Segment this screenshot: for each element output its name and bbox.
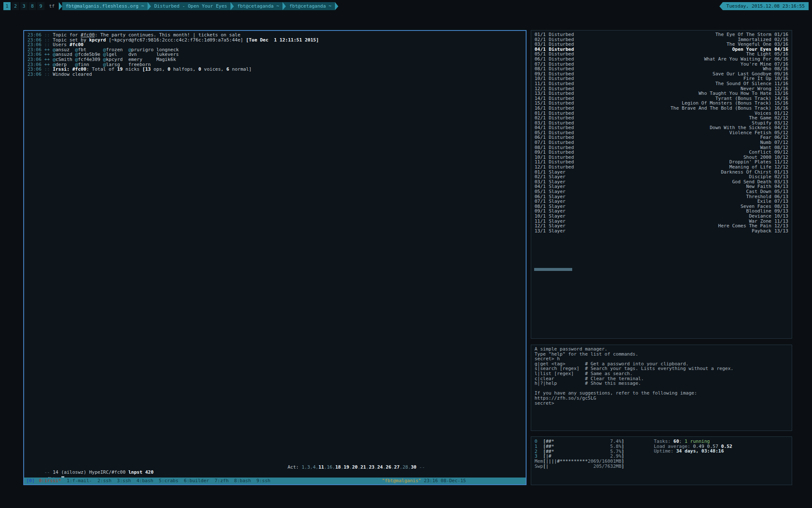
tmux-hostname: "fbt@malganis" <box>382 478 421 483</box>
powerline-arrow-left-icon <box>719 2 723 10</box>
password-line: h|?|help # Show this message. <box>535 381 788 386</box>
track-position: 12/1 <box>535 224 546 229</box>
statusbar-activity: Act: 1,3,4,11,16,18,19,20,21,23,24,26,27… <box>288 465 425 470</box>
nick-text: Magik6k <box>156 57 176 62</box>
music-progress-bar[interactable] <box>534 268 572 271</box>
topbar-segment: fbt@cetaganda ~ <box>286 2 335 10</box>
activity-window-1: 1 <box>302 464 304 470</box>
powerline-arrow-icon <box>335 2 338 10</box>
tmux-window-8[interactable]: 8:bash <box>234 478 251 483</box>
activity-comma: , <box>310 464 313 470</box>
activity-list: 1,3,4,11,16,18,19,20,21,23,24,26,27,28,3… <box>302 464 417 470</box>
tmux-window-2[interactable]: 2:ssh <box>97 478 111 483</box>
tmux-session-label: [0] <box>26 478 35 484</box>
tmux-window-4[interactable]: 4:bash <box>137 478 154 483</box>
track-artist: Disturbed <box>549 42 727 47</box>
tmux-window-3[interactable]: 3:ssh <box>117 478 131 483</box>
track-artist: Slayer <box>549 194 746 199</box>
txt-text: nicks <box>123 66 142 72</box>
irc-message-line: 23:06 :: Window cleared <box>27 72 522 77</box>
sep-text: :: <box>41 72 53 77</box>
system-monitor-window[interactable]: 0 [##*7.4%]1 [##*5.8%]2 [##*5.7%]3 [|#2.… <box>531 436 792 485</box>
activity-comma: , <box>391 464 394 470</box>
workspace-button-9[interactable]: 9 <box>37 2 44 10</box>
tmux-window-7[interactable]: 7:zfh <box>214 478 228 483</box>
track-artist: Disturbed <box>549 111 755 116</box>
track-artist: Slayer <box>549 214 749 219</box>
track-position: 06/1 <box>535 57 546 62</box>
track-row[interactable]: 12/1SlayerHere Comes The Pain12/13 <box>535 224 788 229</box>
track-number: 10/13 <box>774 214 788 219</box>
track-artist: Disturbed <box>549 106 671 111</box>
statusbar-left: -- 14 (ailoswz) HypeIRC/#fc00 lnpst 420 <box>44 469 154 475</box>
irc-terminal-window[interactable]: 23:06 :: Topic for #fc00: The party cont… <box>23 30 527 485</box>
layout-indicator: tf <box>49 2 55 10</box>
track-row[interactable]: 05/1SlayerCast Down05/13 <box>535 189 788 194</box>
meter-label: 1 <box>535 444 543 449</box>
track-row[interactable]: 08/1DisturbedWho08/16 <box>535 66 788 72</box>
irc-chat[interactable]: 23:06 :: Topic for #fc00: The party cont… <box>24 31 526 465</box>
workspace-button-2[interactable]: 2 <box>12 2 19 10</box>
activity-window-26: 26 <box>386 464 391 470</box>
tmux-window-1[interactable]: 1:f-mail- <box>67 478 92 483</box>
track-title: Meaning of Life <box>730 165 771 170</box>
track-artist: Disturbed <box>549 116 749 121</box>
password-manager-window[interactable]: A simple password manager.Type "help" fo… <box>531 345 792 431</box>
track-title: The Brave And The Bold (Bonus Track) <box>670 106 771 111</box>
workspace-button-8[interactable]: 8 <box>29 2 36 10</box>
music-player-window[interactable]: 01/1DisturbedThe Eye Of The Storm01/1602… <box>531 30 792 339</box>
activity-window-24: 24 <box>377 464 383 470</box>
activity-comma: , <box>324 464 327 470</box>
track-artist: Disturbed <box>549 81 716 86</box>
track-list: 01/1DisturbedThe Eye Of The Storm01/1602… <box>535 32 788 233</box>
bold-text: 0 <box>167 66 170 72</box>
track-row[interactable]: 07/1DisturbedNumb07/12 <box>535 140 788 145</box>
workspace-button-3[interactable]: 3 <box>20 2 27 10</box>
uptime-label: Uptime: <box>654 448 676 454</box>
workspace-list: 12389 <box>3 2 46 10</box>
track-number: 12/12 <box>774 165 788 170</box>
activity-window-19: 19 <box>344 464 349 470</box>
meter-bar: |205/7632MB <box>546 464 622 469</box>
tmux-window-6[interactable]: 6:builder <box>184 478 209 483</box>
track-number: 07/12 <box>774 140 788 145</box>
track-artist: Disturbed <box>549 150 749 155</box>
track-artist: Disturbed <box>549 165 730 170</box>
track-position: 10/1 <box>535 214 546 219</box>
tmux-window-0[interactable]: 0:irssi* <box>39 478 61 483</box>
meter-value: 5.8% <box>610 444 622 449</box>
track-row[interactable]: 02/1DisturbedThe Game02/12 <box>535 116 788 121</box>
bold-text: kpcyrd <box>89 37 106 43</box>
track-artist: Slayer <box>549 170 721 175</box>
track-row[interactable]: 13/1SlayerPayback13/13 <box>535 229 788 234</box>
track-artist: Disturbed <box>549 57 704 62</box>
track-title: The Eye Of The Storm <box>715 32 771 37</box>
memory-meter: Mem[||||#**********2069/16001MB] <box>535 459 788 464</box>
track-title: The Sound Of Silence <box>715 81 771 86</box>
track-row[interactable]: 06/1SlayerThreshold06/13 <box>535 194 788 199</box>
track-row[interactable]: 11/1DisturbedThe Sound Of Silence11/16 <box>535 81 788 86</box>
dim-text: -- <box>44 469 53 475</box>
activity-comma: , <box>400 464 403 470</box>
track-artist: Disturbed <box>549 145 760 150</box>
desktop: 12389 tf fbt@malganis.fleshless.org ~Dis… <box>0 0 812 508</box>
track-number: 13/16 <box>774 91 788 96</box>
meter-value: 205/7632MB <box>593 464 621 469</box>
track-row[interactable]: 12/1DisturbedMeaning of Life12/12 <box>535 165 788 170</box>
tmux-window-5[interactable]: 5:crabs <box>159 478 178 483</box>
track-row[interactable]: 06/1DisturbedWhat Are You Waiting For06/… <box>535 57 788 62</box>
track-row[interactable]: 16/1DisturbedThe Brave And The Bold (Bon… <box>535 106 788 111</box>
topbar-segment: Disturbed - Open Your Eyes <box>151 2 230 10</box>
activity-window-20: 20 <box>352 464 357 470</box>
activity-suffix: -- <box>417 464 425 470</box>
activity-window-23: 23 <box>369 464 374 470</box>
track-row[interactable]: 13/1DisturbedWho Taught You How To Hate1… <box>535 91 788 96</box>
track-row[interactable]: 10/1SlayerDeviance10/13 <box>535 214 788 219</box>
password-prompt[interactable]: secret> <box>535 401 788 406</box>
workspace-button-1[interactable]: 1 <box>3 2 11 10</box>
tmux-window-9[interactable]: 9:ssh <box>256 478 270 483</box>
track-artist: Disturbed <box>549 37 738 42</box>
activity-window-3: 3 <box>307 464 310 470</box>
track-position: 02/1 <box>535 116 546 121</box>
track-row[interactable]: 01/1DisturbedThe Eye Of The Storm01/16 <box>535 32 788 37</box>
